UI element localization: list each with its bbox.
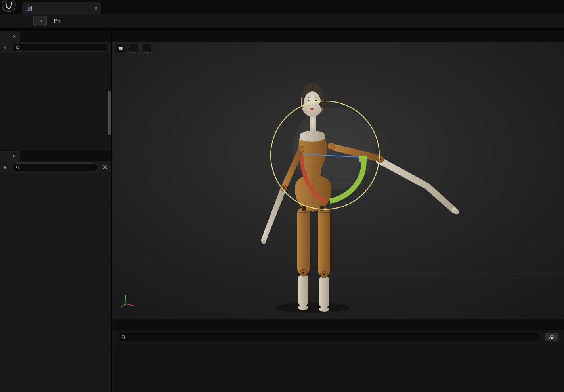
viewport-mode-controls bbox=[115, 44, 151, 53]
search-icon bbox=[121, 335, 126, 340]
unreal-logo-icon[interactable] bbox=[1, 0, 17, 13]
blueprint-toolbar: ▾ bbox=[0, 14, 564, 29]
doll-shadow bbox=[275, 303, 350, 313]
find-in-blueprints-button[interactable] bbox=[545, 333, 558, 341]
scrollbar-thumb[interactable] bbox=[108, 91, 111, 135]
components-search-input[interactable] bbox=[23, 45, 105, 50]
close-icon[interactable]: × bbox=[13, 153, 16, 159]
my-blueprint-search-input[interactable] bbox=[23, 164, 94, 170]
bottom-panel bbox=[112, 320, 564, 392]
components-searchbox bbox=[12, 44, 108, 52]
title-tab-bar: × bbox=[0, 0, 564, 14]
components-panel: × + bbox=[0, 31, 111, 150]
lit-dropdown[interactable] bbox=[141, 44, 151, 53]
plus-icon: + bbox=[3, 164, 7, 170]
binoculars-icon bbox=[549, 334, 555, 340]
settings-gear-icon[interactable] bbox=[102, 164, 108, 170]
left-panel-column: × + × bbox=[0, 31, 111, 392]
find-references-row bbox=[112, 330, 564, 344]
tab-components[interactable]: × bbox=[0, 31, 20, 42]
add-blueprint-item-button[interactable]: + bbox=[3, 164, 9, 170]
my-blueprint-panel: × + bbox=[0, 150, 111, 392]
search-icon bbox=[15, 165, 21, 170]
tab-my-blueprint[interactable]: × bbox=[0, 151, 20, 161]
hamburger-icon bbox=[118, 46, 124, 51]
viewport-menu-button[interactable] bbox=[115, 44, 126, 53]
close-icon[interactable]: × bbox=[13, 34, 16, 39]
chevron-down-icon: ▾ bbox=[40, 19, 42, 23]
blueprint-icon bbox=[26, 5, 33, 11]
close-icon[interactable]: × bbox=[94, 6, 98, 11]
add-component-button[interactable]: + bbox=[3, 45, 9, 51]
components-toolbar: + bbox=[0, 42, 111, 53]
my-blueprint-toolbar: + bbox=[0, 161, 111, 173]
browse-to-asset-button[interactable] bbox=[51, 16, 64, 27]
viewport-3d-scene[interactable] bbox=[112, 42, 564, 319]
my-blueprint-tab-strip: × bbox=[0, 150, 111, 161]
editor-tab-strip bbox=[112, 31, 564, 42]
search-icon bbox=[15, 45, 21, 50]
find-searchbox bbox=[118, 333, 541, 341]
bottom-tab-strip bbox=[112, 320, 564, 330]
my-blueprint-searchbox bbox=[12, 163, 98, 171]
main-editor-column bbox=[112, 31, 564, 392]
find-references-input[interactable] bbox=[129, 334, 537, 340]
find-results-body bbox=[112, 344, 564, 391]
gizmo-handle-green[interactable] bbox=[359, 156, 367, 162]
asset-selector-dropdown[interactable]: ▾ bbox=[33, 16, 47, 26]
components-tab-strip: × bbox=[0, 31, 111, 42]
browser-icon bbox=[54, 18, 61, 25]
unreal-blueprint-editor-window: × ▾ × + bbox=[0, 0, 564, 392]
plus-icon: + bbox=[3, 45, 7, 51]
viewport-panel[interactable] bbox=[112, 42, 564, 319]
asset-tab-bp-doll[interactable]: × bbox=[22, 2, 101, 14]
components-tree bbox=[0, 53, 111, 150]
perspective-dropdown[interactable] bbox=[129, 44, 138, 53]
